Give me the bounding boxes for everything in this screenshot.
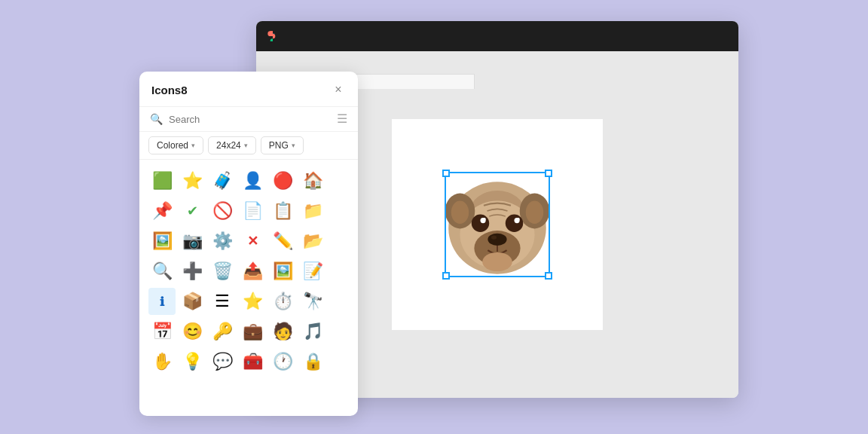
- icon-cell[interactable]: 👤: [239, 167, 266, 194]
- icon-cell[interactable]: 🏠: [299, 167, 326, 194]
- icon-cell[interactable]: ℹ: [148, 288, 176, 315]
- icon-cell[interactable]: ⏱️: [269, 288, 296, 315]
- icon-cell[interactable]: 😊: [179, 318, 206, 345]
- svg-point-15: [491, 235, 497, 239]
- svg-point-17: [482, 252, 512, 271]
- menu-icon[interactable]: ☰: [337, 113, 347, 125]
- icon-row: 🖼️ 📷 ⚙️ ✕ ✏️ 📂: [148, 228, 349, 255]
- search-input[interactable]: [169, 114, 331, 125]
- svg-point-12: [517, 218, 520, 221]
- icon-cell[interactable]: ✕: [239, 228, 266, 255]
- filter-bar: Colored ▾ 24x24 ▾ PNG ▾: [139, 132, 358, 160]
- icon-cell[interactable]: 📌: [148, 197, 176, 225]
- svg-point-6: [526, 201, 543, 225]
- icon-row: ✋ 💡 💬 🧰 🕐 🔒: [148, 348, 349, 375]
- icon-cell[interactable]: ➕: [179, 258, 206, 285]
- icon-cell[interactable]: ✏️: [269, 228, 296, 255]
- size-filter-button[interactable]: 24x24 ▾: [208, 136, 256, 154]
- icons8-panel: Icons8 × 🔍 ☰ Colored ▾ 24x24 ▾ PNG ▾ 🟩 ⭐…: [139, 72, 358, 416]
- icon-cell[interactable]: ✔: [179, 197, 206, 225]
- icon-cell[interactable]: 📂: [299, 228, 326, 255]
- chevron-down-icon: ▾: [244, 142, 248, 149]
- icon-cell[interactable]: 📄: [239, 197, 266, 225]
- icon-cell[interactable]: 🗑️: [209, 258, 236, 285]
- close-button[interactable]: ×: [331, 82, 346, 97]
- icon-cell[interactable]: 🔭: [299, 288, 326, 315]
- icon-cell[interactable]: 🧑: [269, 318, 296, 345]
- icon-cell[interactable]: 📅: [148, 318, 176, 345]
- icon-cell[interactable]: 📦: [179, 288, 206, 315]
- figma-titlebar: [256, 21, 738, 51]
- icon-cell[interactable]: 💬: [209, 348, 236, 375]
- icon-cell[interactable]: ⚙️: [209, 228, 236, 255]
- panel-title: Icons8: [151, 84, 188, 96]
- icon-cell[interactable]: 🎵: [299, 318, 326, 345]
- icon-cell[interactable]: 🔒: [299, 348, 326, 375]
- panel-header: Icons8 ×: [139, 72, 358, 107]
- svg-point-5: [451, 201, 469, 225]
- icon-cell[interactable]: ⭐: [239, 288, 266, 315]
- icon-cell[interactable]: ⭐: [179, 167, 206, 194]
- icon-row: 🟩 ⭐ 🧳 👤 🔴 🏠: [148, 167, 349, 194]
- search-icon: 🔍: [150, 113, 163, 125]
- format-filter-button[interactable]: PNG ▾: [261, 136, 304, 154]
- style-filter-button[interactable]: Colored ▾: [148, 136, 203, 154]
- icon-cell[interactable]: 🧰: [239, 348, 266, 375]
- icon-cell[interactable]: 📋: [269, 197, 296, 225]
- search-bar: 🔍 ☰: [139, 107, 358, 132]
- icon-row: 🔍 ➕ 🗑️ 📤 🖼️ 📝: [148, 258, 349, 285]
- icon-grid: 🟩 ⭐ 🧳 👤 🔴 🏠 📌 ✔ 🚫 📄 📋 📁 🖼️ 📷 ⚙️ ✕ ✏️ 📂: [139, 160, 358, 416]
- icon-cell[interactable]: 🚫: [209, 197, 236, 225]
- icon-cell[interactable]: 💡: [179, 348, 206, 375]
- icon-cell[interactable]: ☰: [209, 288, 236, 315]
- icon-cell[interactable]: 🕐: [269, 348, 296, 375]
- svg-point-8: [506, 215, 523, 232]
- icon-cell[interactable]: 📝: [299, 258, 326, 285]
- icon-cell[interactable]: 📁: [299, 197, 326, 225]
- svg-point-7: [472, 215, 489, 232]
- svg-point-14: [487, 234, 506, 246]
- pug-image: [429, 157, 565, 292]
- icon-row: 📅 😊 🔑 💼 🧑 🎵: [148, 318, 349, 345]
- svg-point-11: [483, 218, 486, 221]
- icon-cell[interactable]: ✋: [148, 348, 176, 375]
- figma-frame: [392, 119, 603, 330]
- icon-cell[interactable]: 🧳: [209, 167, 236, 194]
- icon-cell[interactable]: 🔑: [209, 318, 236, 345]
- chevron-down-icon: ▾: [191, 142, 195, 149]
- icon-cell[interactable]: 🟩: [148, 167, 176, 194]
- icon-cell[interactable]: 🔍: [148, 258, 176, 285]
- icon-cell[interactable]: 🖼️: [148, 228, 176, 255]
- chevron-down-icon: ▾: [292, 142, 295, 149]
- icon-row: 📌 ✔ 🚫 📄 📋 📁: [148, 197, 349, 225]
- icon-row: ℹ 📦 ☰ ⭐ ⏱️ 🔭: [148, 288, 349, 315]
- icon-cell[interactable]: 📷: [179, 228, 206, 255]
- icon-cell[interactable]: 🔴: [269, 167, 296, 194]
- figma-logo-icon: [265, 29, 280, 44]
- icon-cell[interactable]: 🖼️: [269, 258, 296, 285]
- icon-cell[interactable]: 💼: [239, 318, 266, 345]
- icon-cell[interactable]: 📤: [239, 258, 266, 285]
